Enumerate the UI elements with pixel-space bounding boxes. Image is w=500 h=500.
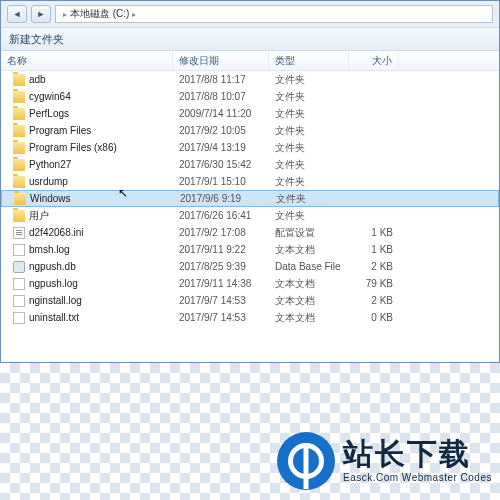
file-type: 配置设置 (269, 226, 349, 240)
breadcrumb[interactable]: ▸ 本地磁盘 (C:) ▸ (55, 5, 493, 23)
file-name: ngpush.db (29, 261, 76, 272)
file-type: 文本文档 (269, 277, 349, 291)
brand-watermark: 站长下载 Easck.Com Webmaster Codes (277, 432, 492, 490)
file-name: cygwin64 (29, 91, 71, 102)
file-type: 文件夹 (269, 90, 349, 104)
file-date: 2017/9/1 15:10 (173, 176, 269, 187)
file-name: Program Files (x86) (29, 142, 117, 153)
file-date: 2017/9/2 17:08 (173, 227, 269, 238)
table-row[interactable]: PerfLogs2009/7/14 11:20文件夹 (1, 105, 499, 122)
chevron-icon: ▸ (132, 10, 136, 19)
table-row[interactable]: adb2017/8/8 11:17文件夹 (1, 71, 499, 88)
table-row[interactable]: d2f42068.ini2017/9/2 17:08配置设置1 KB (1, 224, 499, 241)
file-size: 1 KB (349, 244, 399, 255)
folder-icon (13, 125, 25, 137)
file-rows: adb2017/8/8 11:17文件夹cygwin642017/8/8 10:… (1, 71, 499, 362)
table-row[interactable]: Windows2017/9/6 9:19文件夹 (1, 190, 499, 207)
file-date: 2017/9/7 14:53 (173, 295, 269, 306)
new-folder-button[interactable]: 新建文件夹 (9, 32, 64, 47)
file-icon (13, 312, 25, 324)
file-size: 1 KB (349, 227, 399, 238)
table-row[interactable]: nginstall.log2017/9/7 14:53文本文档2 KB (1, 292, 499, 309)
toolbar: 新建文件夹 (1, 27, 499, 51)
table-row[interactable]: uninstall.txt2017/9/7 14:53文本文档0 KB (1, 309, 499, 326)
file-date: 2017/8/8 11:17 (173, 74, 269, 85)
file-size: 79 KB (349, 278, 399, 289)
file-name: d2f42068.ini (29, 227, 84, 238)
folder-icon (13, 108, 25, 120)
file-date: 2017/9/7 14:53 (173, 312, 269, 323)
explorer-window: ◄ ► ▸ 本地磁盘 (C:) ▸ 新建文件夹 名称 修改日期 类型 大小 ad… (0, 0, 500, 363)
folder-icon (13, 210, 25, 222)
file-date: 2017/8/25 9:39 (173, 261, 269, 272)
file-type: 文件夹 (270, 192, 350, 206)
file-name: Program Files (29, 125, 91, 136)
file-type: 文件夹 (269, 175, 349, 189)
file-date: 2017/6/26 16:41 (173, 210, 269, 221)
column-headers: 名称 修改日期 类型 大小 (1, 51, 499, 71)
file-name: PerfLogs (29, 108, 69, 119)
col-date[interactable]: 修改日期 (173, 51, 269, 70)
col-name[interactable]: 名称 (1, 51, 173, 70)
file-date: 2017/9/2 10:05 (173, 125, 269, 136)
file-size: 2 KB (349, 295, 399, 306)
table-row[interactable]: ngpush.log2017/9/11 14:38文本文档79 KB (1, 275, 499, 292)
back-button[interactable]: ◄ (7, 5, 27, 23)
file-type: 文件夹 (269, 141, 349, 155)
folder-icon (13, 91, 25, 103)
table-row[interactable]: ngpush.db2017/8/25 9:39Data Base File2 K… (1, 258, 499, 275)
file-icon (13, 244, 25, 256)
file-name: Python27 (29, 159, 71, 170)
file-date: 2017/8/8 10:07 (173, 91, 269, 102)
table-row[interactable]: usrdump2017/9/1 15:10文件夹 (1, 173, 499, 190)
address-bar: ◄ ► ▸ 本地磁盘 (C:) ▸ (1, 1, 499, 27)
table-row[interactable]: Python272017/6/30 15:42文件夹 (1, 156, 499, 173)
file-date: 2017/9/6 9:19 (174, 193, 270, 204)
file-type: 文件夹 (269, 209, 349, 223)
forward-button[interactable]: ► (31, 5, 51, 23)
file-type: 文件夹 (269, 73, 349, 87)
brand-en-text: Easck.Com Webmaster Codes (343, 472, 492, 483)
breadcrumb-drive: 本地磁盘 (C:) (70, 7, 129, 21)
file-date: 2017/6/30 15:42 (173, 159, 269, 170)
file-type: Data Base File (269, 261, 349, 272)
file-icon (13, 278, 25, 290)
folder-icon (13, 74, 25, 86)
file-date: 2017/9/11 14:38 (173, 278, 269, 289)
file-name: nginstall.log (29, 295, 82, 306)
table-row[interactable]: Program Files2017/9/2 10:05文件夹 (1, 122, 499, 139)
file-date: 2017/9/11 9:22 (173, 244, 269, 255)
file-type: 文本文档 (269, 294, 349, 308)
file-size: 2 KB (349, 261, 399, 272)
file-name: ngpush.log (29, 278, 78, 289)
file-name: usrdump (29, 176, 68, 187)
folder-icon (13, 176, 25, 188)
chevron-icon: ▸ (63, 10, 67, 19)
table-row[interactable]: 用户2017/6/26 16:41文件夹 (1, 207, 499, 224)
file-type: 文件夹 (269, 158, 349, 172)
file-type: 文件夹 (269, 107, 349, 121)
file-icon (13, 295, 25, 307)
file-type: 文本文档 (269, 311, 349, 325)
file-name: adb (29, 74, 46, 85)
table-row[interactable]: bmsh.log2017/9/11 9:22文本文档1 KB (1, 241, 499, 258)
file-list-pane: 名称 修改日期 类型 大小 adb2017/8/8 11:17文件夹cygwin… (1, 51, 499, 362)
table-row[interactable]: Program Files (x86)2017/9/4 13:19文件夹 (1, 139, 499, 156)
file-name: bmsh.log (29, 244, 70, 255)
brand-logo-icon (277, 432, 335, 490)
file-size: 0 KB (349, 312, 399, 323)
file-type: 文件夹 (269, 124, 349, 138)
col-size[interactable]: 大小 (349, 51, 399, 70)
file-icon (13, 261, 25, 273)
file-name: uninstall.txt (29, 312, 79, 323)
table-row[interactable]: cygwin642017/8/8 10:07文件夹 (1, 88, 499, 105)
file-date: 2009/7/14 11:20 (173, 108, 269, 119)
file-name: Windows (30, 193, 71, 204)
folder-icon (14, 193, 26, 205)
file-icon (13, 227, 25, 239)
file-date: 2017/9/4 13:19 (173, 142, 269, 153)
folder-icon (13, 159, 25, 171)
folder-icon (13, 142, 25, 154)
file-name: 用户 (29, 209, 49, 223)
col-type[interactable]: 类型 (269, 51, 349, 70)
